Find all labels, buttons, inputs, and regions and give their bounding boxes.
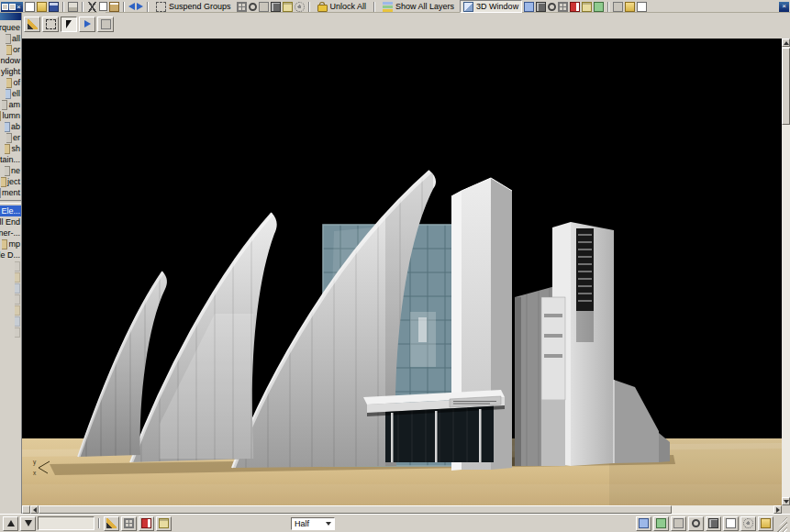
horizontal-scrollbar[interactable] — [22, 505, 782, 514]
scroll-right-button[interactable] — [773, 505, 782, 514]
tool-beam[interactable]: am — [0, 99, 21, 110]
gray-tool-icon[interactable] — [637, 2, 647, 12]
tool-disabled[interactable] — [0, 294, 21, 305]
status-down-button[interactable] — [20, 516, 36, 531]
suspend-groups-button[interactable]: Suspend Groups — [152, 0, 235, 13]
status-tool-button-8[interactable] — [758, 516, 773, 531]
tool-door[interactable]: or — [0, 44, 21, 55]
new-doc-icon[interactable] — [25, 2, 35, 12]
status-tool-button-5[interactable] — [706, 516, 721, 531]
quick-option-button[interactable] — [22, 505, 30, 514]
tool-zone[interactable]: ne — [0, 165, 21, 176]
gear-icon[interactable] — [295, 2, 305, 12]
ruler-icon[interactable] — [283, 2, 293, 12]
pan-icon[interactable] — [259, 2, 269, 12]
tool-object[interactable]: ject — [0, 176, 21, 187]
tool-corner-window[interactable]: rner-... — [0, 227, 21, 238]
green-tool-icon[interactable] — [594, 2, 604, 12]
tool-disabled[interactable] — [0, 316, 21, 327]
open-folder-icon[interactable] — [37, 2, 47, 12]
arrow-tool-button[interactable] — [61, 17, 77, 32]
tool-curtain-wall[interactable]: rtain... — [0, 154, 21, 165]
redo-arrow-button[interactable] — [79, 17, 95, 32]
print-icon[interactable] — [68, 2, 78, 12]
tool-disabled[interactable] — [0, 283, 21, 294]
tool-disabled[interactable] — [0, 305, 21, 316]
status-tool-button-6[interactable] — [723, 516, 739, 531]
scroll-up-button[interactable] — [782, 39, 790, 47]
show-all-layers-button[interactable]: Show All Layers — [379, 0, 458, 13]
horizontal-scroll-thumb[interactable] — [39, 505, 672, 514]
palette-titlebar[interactable]: × — [1, 2, 23, 12]
status-magnet-button[interactable] — [139, 516, 154, 531]
tool-lamp[interactable]: mp — [0, 238, 21, 249]
camera2-icon[interactable] — [536, 2, 546, 12]
tool-equipment[interactable]: ment — [0, 187, 21, 198]
plain-tool-icon[interactable] — [613, 2, 623, 12]
palette-close-icon[interactable]: × — [17, 3, 21, 11]
window-close-button[interactable]: × — [779, 2, 789, 12]
marquee-tool-button[interactable] — [42, 17, 59, 32]
scroll-down-button[interactable] — [782, 497, 790, 505]
copy-icon[interactable] — [99, 2, 107, 11]
tool-disabled[interactable] — [0, 260, 21, 272]
status-pen-button[interactable] — [104, 516, 119, 531]
pen-tool-button[interactable] — [24, 17, 40, 32]
tool-roof[interactable]: of — [0, 77, 21, 88]
tool-window[interactable]: ndow — [0, 55, 21, 66]
tool-wall[interactable]: all — [0, 33, 21, 44]
3d-window-button[interactable]: 3D Window — [460, 0, 522, 13]
tool-disabled[interactable] — [0, 327, 21, 338]
redo-icon[interactable] — [137, 3, 143, 10]
folder2-icon[interactable] — [625, 2, 635, 12]
tool-skylight[interactable]: ylight — [0, 66, 21, 77]
tool-mesh[interactable]: sh — [0, 143, 21, 154]
status-up-button[interactable] — [3, 516, 18, 531]
zoom-icon[interactable] — [249, 3, 257, 11]
toolbox-header[interactable] — [0, 13, 21, 20]
magnet-icon[interactable] — [570, 2, 580, 12]
camera-icon[interactable] — [271, 2, 281, 12]
unlock-all-button[interactable]: Unlock All — [314, 0, 371, 13]
tool-wall-end[interactable]: all End — [0, 216, 21, 227]
tool-marquee[interactable]: rquee — [0, 22, 21, 33]
status-tool-button-1[interactable] — [636, 516, 651, 531]
status-tool-button-4[interactable] — [688, 516, 704, 531]
grid2-icon[interactable] — [558, 2, 568, 12]
magnet-icon — [141, 518, 151, 528]
ruler2-icon[interactable] — [582, 2, 592, 12]
paste-icon[interactable] — [109, 2, 119, 12]
misc-tool-button[interactable] — [97, 17, 114, 32]
tool-stair[interactable]: er — [0, 132, 21, 143]
status-tool-button-7[interactable] — [740, 516, 756, 531]
zoom2-icon[interactable] — [548, 3, 556, 11]
tool-angle-dim[interactable]: gle D... — [0, 249, 21, 260]
tool-column[interactable]: lumn — [0, 110, 21, 121]
status-ruler-button[interactable] — [156, 516, 172, 531]
tool-icon — [1, 177, 6, 187]
fit-view-icon[interactable] — [524, 2, 534, 12]
tool-grid-element-selected[interactable]: d Ele... — [0, 205, 21, 216]
tool-icon — [15, 272, 20, 283]
save-icon[interactable] — [49, 2, 59, 12]
toolbox-palette: rquee all or ndow ylight of ell am lumn … — [0, 13, 22, 514]
3d-viewport[interactable]: y x — [22, 39, 782, 505]
tool-disabled[interactable] — [0, 272, 21, 283]
toolbar-separator — [607, 2, 609, 12]
tool-slab[interactable]: ab — [0, 121, 21, 132]
status-tool-button-3[interactable] — [671, 516, 686, 531]
resize-grip[interactable] — [775, 515, 787, 532]
scroll-left-button[interactable] — [30, 505, 39, 514]
grid-icon[interactable] — [237, 2, 247, 12]
vertical-scrollbar[interactable] — [782, 39, 790, 505]
status-grid-button[interactable] — [121, 516, 137, 531]
vertical-scroll-thumb[interactable] — [782, 48, 790, 125]
status-tool-button-2[interactable] — [653, 516, 669, 531]
tool-shell[interactable]: ell — [0, 88, 21, 99]
cut-icon[interactable] — [87, 2, 97, 12]
scroll-track[interactable] — [672, 505, 773, 514]
pen-icon — [106, 518, 117, 528]
cursor-arrow-icon — [66, 20, 72, 28]
undo-icon[interactable] — [128, 3, 135, 10]
scale-dropdown[interactable]: Half — [291, 517, 335, 530]
